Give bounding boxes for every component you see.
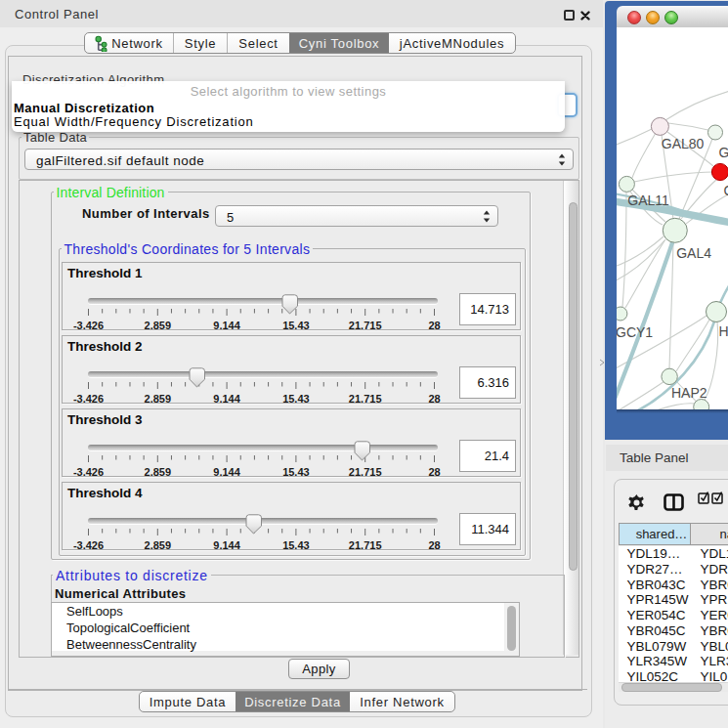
svg-text:HAP2: HAP2: [671, 385, 707, 401]
svg-text:GCY1: GCY1: [617, 324, 653, 340]
svg-text:GAL80: GAL80: [662, 136, 705, 151]
svg-text:H: H: [719, 323, 728, 339]
svg-text:GA: GA: [719, 145, 728, 160]
svg-text:GAL4: GAL4: [676, 245, 711, 261]
svg-text:G: G: [724, 183, 728, 198]
svg-text:GAL11: GAL11: [627, 193, 669, 208]
